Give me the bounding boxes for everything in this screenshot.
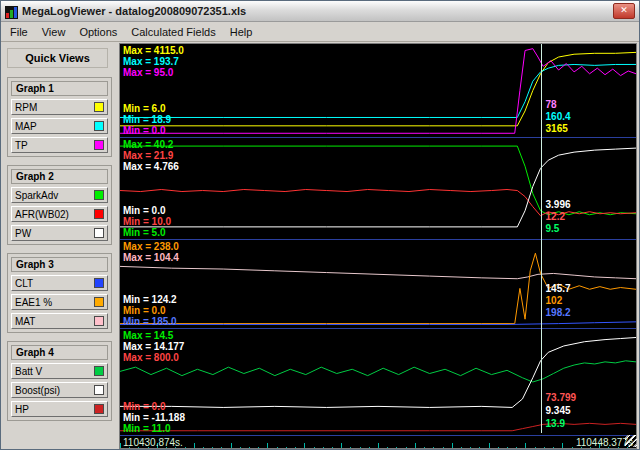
timeline-tick xyxy=(396,447,397,449)
timeline-tick xyxy=(507,447,508,449)
signal-label: Boost(psi) xyxy=(15,385,60,396)
max-labels: Max = 4115.0Max = 193.7Max = 95.0 xyxy=(123,45,184,78)
timeline[interactable]: 110430.874s. 110448.377s xyxy=(120,436,636,449)
signal-button-afr-wb02[interactable]: AFR(WB02) xyxy=(11,206,108,222)
sidebar: Quick Views Graph 1RPMMAPTPGraph 2SparkA… xyxy=(1,42,118,450)
signal-color-chip xyxy=(94,228,104,238)
signal-button-map[interactable]: MAP xyxy=(11,118,108,134)
menu-item-view[interactable]: View xyxy=(35,24,73,40)
max-label: Max = 4115.0 xyxy=(123,45,184,56)
timeline-tick xyxy=(415,443,416,449)
max-label: Max = 800.0 xyxy=(123,352,184,363)
signal-button-clt[interactable]: CLT xyxy=(11,275,108,291)
title-bar: MegaLogViewer - datalog200809072351.xls … xyxy=(1,1,639,22)
cursor-value: 3.996 xyxy=(546,200,571,210)
cursor-value: 73.799 xyxy=(546,393,577,403)
graph-panel-3[interactable]: Max = 238.0Max = 104.4Min = 124.2Min = 0… xyxy=(120,240,636,329)
timeline-tick xyxy=(203,447,204,449)
sidebar-group-2: Graph 2SparkAdvAFR(WB02)PW xyxy=(7,165,112,245)
max-label: Max = 40.2 xyxy=(123,139,179,150)
menu-item-file[interactable]: File xyxy=(3,24,35,40)
min-label: Min = 0.0 xyxy=(123,205,171,216)
signal-button-mat[interactable]: MAT xyxy=(11,313,108,329)
graph-panel-4[interactable]: Max = 14.5Max = 14.177Max = 800.0Min = 0… xyxy=(120,329,636,436)
signal-label: AFR(WB02) xyxy=(15,209,69,220)
signal-button-sparkadv[interactable]: SparkAdv xyxy=(11,187,108,203)
signal-label: HP xyxy=(15,404,29,415)
max-label: Max = 14.5 xyxy=(123,330,184,341)
timeline-tick xyxy=(249,447,250,449)
timeline-tick xyxy=(120,443,121,449)
timeline-tick xyxy=(516,447,517,449)
app-icon xyxy=(5,5,18,18)
timeline-tick xyxy=(212,447,213,449)
group-label-graph-2: Graph 2 xyxy=(11,169,108,184)
cursor-value: 9.5 xyxy=(546,224,560,234)
trace-battv xyxy=(120,361,636,382)
max-label: Max = 4.766 xyxy=(123,161,179,172)
min-labels: Min = 0.0Min = 10.0Min = 5.0 xyxy=(123,205,171,238)
timeline-tick xyxy=(295,447,296,449)
timeline-tick xyxy=(387,447,388,449)
timeline-tick xyxy=(443,447,444,449)
timeline-tick xyxy=(286,447,287,449)
max-label: Max = 104.4 xyxy=(123,252,179,263)
timeline-tick xyxy=(323,447,324,449)
timeline-tick xyxy=(304,443,305,449)
signal-button-rpm[interactable]: RPM xyxy=(11,99,108,115)
signal-label: MAT xyxy=(15,316,35,327)
quick-views-header: Quick Views xyxy=(7,48,108,68)
signal-button-tp[interactable]: TP xyxy=(11,137,108,153)
menu-item-help[interactable]: Help xyxy=(223,24,260,40)
cursor-value: 13.9 xyxy=(546,419,565,429)
max-label: Max = 238.0 xyxy=(123,241,179,252)
signal-button-hp[interactable]: HP xyxy=(11,401,108,417)
graph-panel-1[interactable]: Max = 4115.0Max = 193.7Max = 95.0Min = 6… xyxy=(120,44,636,138)
timeline-tick xyxy=(369,447,370,449)
timeline-tick xyxy=(240,447,241,449)
min-label: Min = 6.0 xyxy=(123,103,171,114)
signal-label: Batt V xyxy=(15,366,42,377)
signal-color-chip xyxy=(94,102,104,112)
menu-item-options[interactable]: Options xyxy=(72,24,124,40)
max-label: Max = 14.177 xyxy=(123,341,184,352)
min-label: Min = 185.0 xyxy=(123,316,177,327)
sidebar-group-4: Graph 4Batt VBoost(psi)HP xyxy=(7,341,112,421)
min-label: Min = 10.0 xyxy=(123,216,171,227)
signal-color-chip xyxy=(94,190,104,200)
min-labels: Min = 6.0Min = 18.9Min = 0.0 xyxy=(123,103,171,136)
max-label: Max = 193.7 xyxy=(123,56,184,67)
graph-stack: Max = 4115.0Max = 193.7Max = 95.0Min = 6… xyxy=(120,44,636,436)
trace-mat xyxy=(120,266,636,278)
signal-color-chip xyxy=(94,140,104,150)
sidebar-groups: Graph 1RPMMAPTPGraph 2SparkAdvAFR(WB02)P… xyxy=(5,77,114,421)
cursor-value: 9.345 xyxy=(546,406,571,416)
timeline-tick xyxy=(479,447,480,449)
min-label: Min = 0.0 xyxy=(123,305,177,316)
signal-button-boost-psi[interactable]: Boost(psi) xyxy=(11,382,108,398)
timeline-tick xyxy=(535,447,536,449)
cursor-value: 3165 xyxy=(546,124,568,134)
close-button[interactable]: ✕ xyxy=(613,3,635,19)
signal-label: SparkAdv xyxy=(15,190,58,201)
timeline-tick xyxy=(562,443,563,449)
signal-label: MAP xyxy=(15,121,37,132)
group-label-graph-4: Graph 4 xyxy=(11,345,108,360)
timeline-tick xyxy=(433,447,434,449)
cursor-value: 160.4 xyxy=(546,112,571,122)
min-label: Min = 0.0 xyxy=(123,125,171,136)
min-label: Min = 124.2 xyxy=(123,294,177,305)
timeline-tick xyxy=(406,447,407,449)
graph-panel-2[interactable]: Max = 40.2Max = 21.9Max = 4.766Min = 0.0… xyxy=(120,138,636,240)
cursor-line[interactable] xyxy=(541,44,542,433)
min-labels: Min = 124.2Min = 0.0Min = 185.0 xyxy=(123,294,177,327)
signal-button-eae1[interactable]: EAE1 % xyxy=(11,294,108,310)
timeline-tick xyxy=(314,447,315,449)
signal-color-chip xyxy=(94,316,104,326)
min-label: Min = 0.0 xyxy=(123,401,185,412)
signal-button-batt-v[interactable]: Batt V xyxy=(11,363,108,379)
signal-label: PW xyxy=(15,228,31,239)
max-label: Max = 95.0 xyxy=(123,67,184,78)
menu-item-calculated-fields[interactable]: Calculated Fields xyxy=(124,24,222,40)
signal-button-pw[interactable]: PW xyxy=(11,225,108,241)
